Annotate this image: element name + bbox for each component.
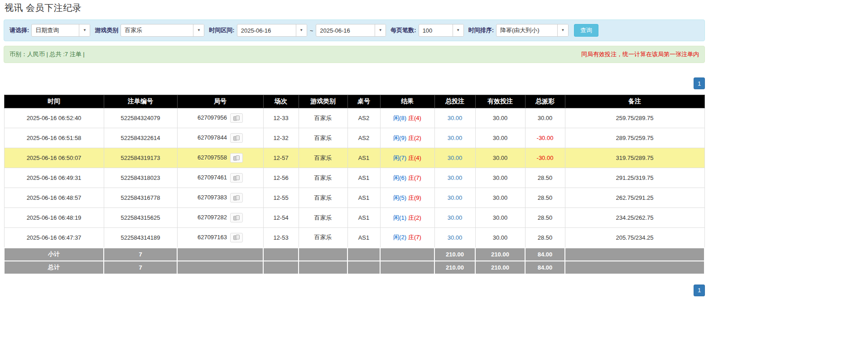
total-bet-link[interactable]: 30.00 [448, 154, 463, 161]
summary-empty-cell [177, 261, 263, 274]
table-row: 2025-06-16 06:47:37 522584314189 6270971… [4, 228, 704, 248]
summary-empty-cell [347, 248, 380, 261]
cell-game-type: 百家乐 [299, 208, 347, 228]
pagination-page-1-button[interactable]: 1 [694, 77, 705, 89]
result-banker: 庄(4) [408, 115, 421, 121]
result-banker: 庄(2) [408, 214, 421, 221]
total-bet-link[interactable]: 30.00 [448, 174, 463, 181]
view-cards-button[interactable] [230, 173, 243, 183]
view-cards-button[interactable] [230, 193, 243, 203]
cell-remark: 289.75/259.75 [565, 128, 704, 148]
pagination-bottom: 1 [4, 285, 705, 296]
summary-label: 总计 [4, 261, 104, 274]
table-row: 2025-06-16 06:48:57 522584316778 6270973… [4, 188, 704, 208]
page-size-input[interactable] [419, 24, 453, 36]
cell-time: 2025-06-16 06:48:57 [4, 188, 104, 208]
filter-bar: 请选择: 日期查询 ▼ 游戏类别 百家乐 ▼ 时间区间: ▼ ~ ▼ 每页笔数:… [4, 19, 705, 41]
view-cards-button[interactable] [230, 133, 243, 143]
cell-remark: 319.75/289.75 [565, 148, 704, 168]
header-remark: 备注 [565, 95, 704, 108]
cell-remark: 205.75/234.25 [565, 228, 704, 248]
view-cards-button[interactable] [230, 233, 243, 242]
cards-icon [233, 155, 240, 161]
time-range-label: 时间区间: [209, 26, 234, 34]
cell-valid-bet: 30.00 [475, 208, 525, 228]
cell-game-type: 百家乐 [299, 128, 347, 148]
result-player: 闲(1) [393, 214, 406, 221]
cell-round: 627097163 [177, 228, 263, 248]
view-cards-button[interactable] [230, 213, 243, 222]
result-banker: 庄(9) [408, 194, 421, 201]
round-number: 627097844 [198, 134, 227, 141]
cell-total-bet: 30.00 [434, 228, 475, 248]
chevron-down-icon: ▼ [561, 29, 565, 32]
round-number: 627097956 [198, 114, 227, 121]
cell-session: 12-53 [263, 228, 299, 248]
cell-total-bet: 30.00 [434, 168, 475, 188]
result-banker: 庄(7) [408, 234, 421, 241]
table-row: 2025-06-16 06:52:40 522584324079 6270979… [4, 108, 704, 128]
date-from-input[interactable] [237, 24, 296, 36]
page-container: 视讯 会员下注纪录 请选择: 日期查询 ▼ 游戏类别 百家乐 ▼ 时间区间: ▼… [4, 0, 705, 296]
date-from-picker[interactable]: ▼ [237, 24, 307, 37]
cell-session: 12-32 [263, 128, 299, 148]
cell-session: 12-56 [263, 168, 299, 188]
date-to-caret-button[interactable]: ▼ [375, 24, 386, 36]
date-to-input[interactable] [316, 24, 375, 36]
total-bet-link[interactable]: 30.00 [448, 234, 463, 241]
cell-table-no: AS2 [347, 128, 380, 148]
cell-valid-bet: 30.00 [475, 128, 525, 148]
view-cards-button[interactable] [230, 153, 243, 163]
cell-game-type: 百家乐 [299, 168, 347, 188]
cell-total-bet: 30.00 [434, 188, 475, 208]
cards-icon [233, 135, 240, 141]
game-type-caret-button[interactable]: ▼ [193, 24, 204, 36]
result-banker: 庄(2) [408, 135, 421, 141]
page-title: 视讯 会员下注纪录 [4, 1, 705, 19]
cell-remark: 259.75/289.75 [565, 108, 704, 128]
time-sort-dropdown[interactable]: 降幂(由大到小) ▼ [496, 24, 569, 37]
cell-time: 2025-06-16 06:47:37 [4, 228, 104, 248]
query-type-caret-button[interactable]: ▼ [79, 24, 90, 36]
cell-round: 627097383 [177, 188, 263, 208]
cell-table-no: AS1 [347, 168, 380, 188]
total-bet-link[interactable]: 30.00 [448, 194, 463, 201]
summary-total-bet: 210.00 [434, 248, 475, 261]
cell-result: 闲(1)庄(2) [380, 208, 434, 228]
result-player: 闲(2) [393, 234, 406, 241]
summary-empty-cell [299, 261, 347, 274]
page-size-caret-button[interactable]: ▼ [453, 24, 463, 36]
cell-session: 12-57 [263, 148, 299, 168]
date-range-separator: ~ [310, 27, 313, 34]
cell-total-bet: 30.00 [434, 208, 475, 228]
total-bet-link[interactable]: 30.00 [448, 135, 463, 141]
view-cards-button[interactable] [230, 113, 243, 123]
table-row: 2025-06-16 06:51:58 522584322614 6270978… [4, 128, 704, 148]
header-valid-bet: 有效投注 [475, 95, 525, 108]
round-number: 627097163 [198, 234, 227, 241]
total-bet-link[interactable]: 30.00 [448, 115, 463, 121]
total-bet-link[interactable]: 30.00 [448, 214, 463, 221]
cell-session: 12-55 [263, 188, 299, 208]
search-button[interactable]: 查询 [574, 24, 598, 37]
cell-bet-id: 522584324079 [104, 108, 177, 128]
cards-icon [233, 215, 240, 221]
game-type-label: 游戏类别 [95, 26, 118, 34]
header-session: 场次 [263, 95, 299, 108]
date-from-caret-button[interactable]: ▼ [296, 24, 307, 36]
game-type-dropdown[interactable]: 百家乐 ▼ [121, 24, 204, 37]
query-type-dropdown[interactable]: 日期查询 ▼ [31, 24, 90, 37]
cell-bet-id: 522584314189 [104, 228, 177, 248]
cell-game-type: 百家乐 [299, 108, 347, 128]
summary-empty-cell [263, 261, 299, 274]
cell-round: 627097282 [177, 208, 263, 228]
pagination-page-1-button[interactable]: 1 [694, 285, 705, 296]
cards-icon [233, 116, 240, 121]
summary-text: 币别：人民币 | 总共 :7 注单 | [10, 50, 85, 58]
result-banker: 庄(7) [408, 174, 421, 181]
page-size-dropdown[interactable]: ▼ [419, 24, 464, 37]
time-sort-caret-button[interactable]: ▼ [557, 24, 568, 36]
notice-text: 同局有效投注，统一计算在该局第一张注单内 [581, 50, 699, 58]
date-to-picker[interactable]: ▼ [316, 24, 386, 37]
cell-valid-bet: 30.00 [475, 168, 525, 188]
